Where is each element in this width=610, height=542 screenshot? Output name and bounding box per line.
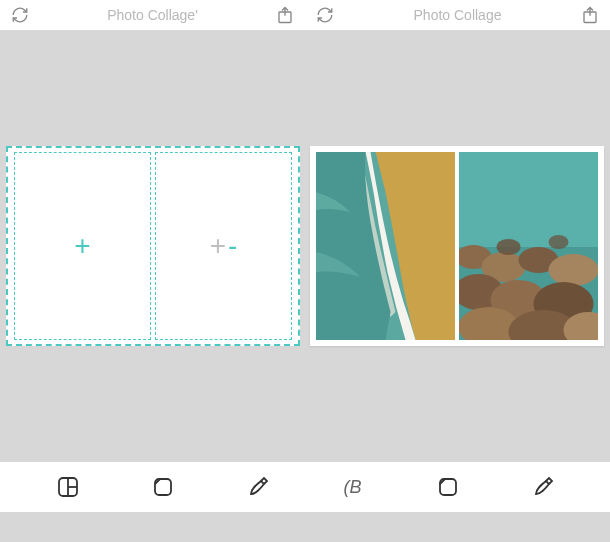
svg-rect-4 xyxy=(459,152,598,247)
refresh-button-left[interactable] xyxy=(8,3,32,27)
share-icon xyxy=(276,6,294,24)
border-icon xyxy=(151,475,175,499)
add-icon: + xyxy=(210,230,238,262)
border-button[interactable] xyxy=(143,467,183,507)
refresh-icon xyxy=(316,6,334,24)
svg-point-16 xyxy=(549,235,569,249)
share-button-right[interactable] xyxy=(578,3,602,27)
share-icon xyxy=(581,6,599,24)
empty-slot-1[interactable]: + xyxy=(14,152,151,340)
rocks-photo xyxy=(459,152,598,340)
photo-slot-2[interactable] xyxy=(459,152,598,340)
empty-collage-panel[interactable]: + + xyxy=(6,146,300,346)
beach-photo xyxy=(316,152,455,340)
refresh-icon xyxy=(11,6,29,24)
svg-point-8 xyxy=(549,254,599,286)
share-button-left[interactable] xyxy=(273,3,297,27)
svg-point-15 xyxy=(497,239,521,255)
add-icon: + xyxy=(74,230,90,262)
edit-icon xyxy=(531,475,555,499)
layout-button[interactable] xyxy=(48,467,88,507)
middle-label-button[interactable]: (B xyxy=(333,467,373,507)
photo-slot-1[interactable] xyxy=(316,152,455,340)
top-header: Photo Collage' Photo Collage xyxy=(0,0,610,30)
layout-icon xyxy=(56,475,80,499)
header-right: Photo Collage xyxy=(305,0,610,30)
page-title-left: Photo Collage' xyxy=(107,7,198,23)
workspace: + + xyxy=(0,30,610,462)
border-button-2[interactable] xyxy=(428,467,468,507)
bottom-toolbar: (B xyxy=(0,462,610,512)
refresh-button-right[interactable] xyxy=(313,3,337,27)
border-icon xyxy=(436,475,460,499)
header-left: Photo Collage' xyxy=(0,0,305,30)
edit-button-2[interactable] xyxy=(523,467,563,507)
bottom-spacer xyxy=(0,512,610,542)
empty-slot-2[interactable]: + xyxy=(155,152,292,340)
middle-label: (B xyxy=(344,477,362,498)
filled-collage-panel[interactable] xyxy=(310,146,604,346)
edit-button[interactable] xyxy=(238,467,278,507)
edit-icon xyxy=(246,475,270,499)
page-title-right: Photo Collage xyxy=(414,7,502,23)
